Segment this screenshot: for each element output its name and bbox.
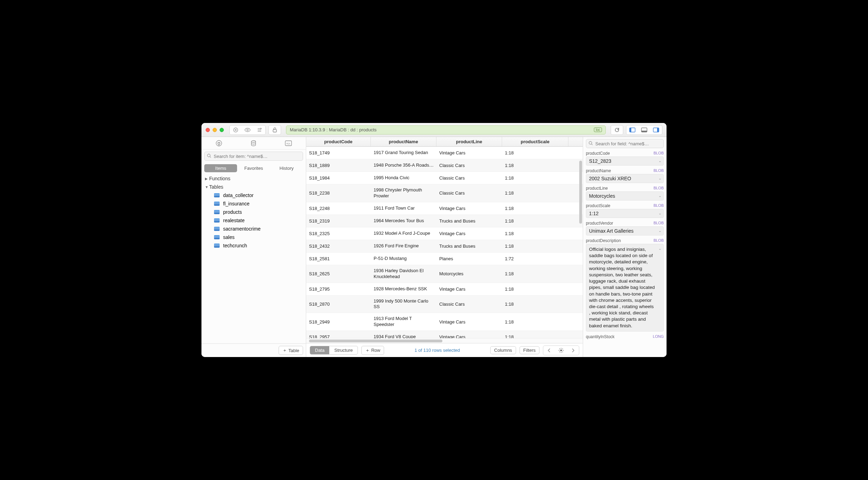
filters-button[interactable]: Filters: [520, 346, 539, 354]
lines-icon[interactable]: [254, 126, 265, 134]
table-row[interactable]: S18_22481911 Ford Town CarVintage Cars1:…: [306, 202, 583, 215]
sidebar-mode-tabs: SQL: [201, 137, 306, 150]
horizontal-scrollbar-thumb[interactable]: [309, 340, 442, 342]
col-productname[interactable]: productName: [371, 137, 436, 146]
eye-icon[interactable]: [242, 126, 253, 134]
field-value[interactable]: Motorcycles ⌄: [586, 191, 664, 201]
table-row[interactable]: S18_22381998 Chrysler Plymouth ProwlerCl…: [306, 184, 583, 202]
table-item[interactable]: data_collector: [201, 191, 306, 199]
table-row[interactable]: S18_19841995 Honda CivicClassic Cars1:18: [306, 172, 583, 184]
database-icon[interactable]: [250, 140, 257, 147]
field-value-text: Motorcycles: [589, 193, 615, 199]
right-panel-icon[interactable]: [650, 126, 662, 134]
table-row[interactable]: S18_24321926 Ford Fire EngineTrucks and …: [306, 240, 583, 253]
table-row[interactable]: S18_17491917 Grand Touring SedanVintage …: [306, 147, 583, 159]
table-row[interactable]: S18_28701999 Indy 500 Monte Carlo SSClas…: [306, 296, 583, 313]
col-productcode[interactable]: productCode: [306, 137, 371, 146]
field-type: BLOB: [654, 151, 664, 156]
cell: P-51-D Mustang: [371, 253, 436, 265]
table-item[interactable]: techcrunch: [201, 241, 306, 250]
plus-icon: ＋: [282, 347, 287, 354]
tree-functions-label: Functions: [209, 176, 230, 181]
seg-data[interactable]: Data: [310, 346, 329, 354]
table-row[interactable]: S18_27951928 Mercedes-Benz SSKVintage Ca…: [306, 283, 583, 296]
tree-functions[interactable]: ▶Functions: [201, 174, 306, 183]
field-value[interactable]: Unimax Art Galleries ⌄: [586, 226, 664, 235]
cell: S18_2581: [306, 253, 371, 265]
table-row[interactable]: S18_29571934 Ford V8 CoupeVintage Cars1:…: [306, 331, 583, 338]
table-icon: [214, 218, 220, 223]
field-value-text: S12_2823: [589, 158, 611, 164]
sql-icon[interactable]: SQL: [285, 140, 292, 146]
left-panel-icon[interactable]: [627, 126, 638, 134]
add-row-button[interactable]: ＋Row: [361, 346, 384, 355]
table-row[interactable]: S18_26251936 Harley Davidson El Knuckleh…: [306, 265, 583, 283]
inspector-search-input[interactable]: [586, 139, 664, 148]
table-row[interactable]: S18_23191964 Mercedes Tour BusTrucks and…: [306, 215, 583, 227]
refresh-icon[interactable]: [611, 126, 623, 134]
breadcrumb[interactable]: MariaDB 1:10.3.9 : MariaDB : dd : produc…: [286, 125, 606, 134]
chevron-down-icon: ⌄: [659, 211, 661, 215]
seg-items[interactable]: Items: [204, 164, 237, 172]
prev-icon[interactable]: [544, 346, 555, 355]
table-row[interactable]: S18_2581P-51-D MustangPlanes1:72: [306, 253, 583, 265]
cell: 1926 Ford Fire Engine: [371, 240, 436, 252]
field-value[interactable]: 1:12 ⌄: [586, 209, 664, 218]
gear-icon[interactable]: [556, 346, 567, 355]
field-value[interactable]: Official logos and insignias, saddle bag…: [586, 244, 664, 332]
field-header: productCode BLOB: [586, 151, 664, 156]
cell: S18_2325: [306, 227, 371, 240]
grid-body[interactable]: S18_17491917 Grand Touring SedanVintage …: [306, 147, 583, 338]
vertical-scrollbar[interactable]: [579, 161, 582, 224]
cell: Classic Cars: [436, 184, 502, 202]
table-item[interactable]: products: [201, 208, 306, 216]
cancel-icon[interactable]: [230, 126, 241, 134]
add-table-button[interactable]: ＋Table: [279, 346, 303, 355]
columns-button[interactable]: Columns: [490, 346, 516, 354]
cell: 1:18: [502, 240, 568, 252]
zoom-window-button[interactable]: [220, 128, 224, 132]
cell: 1913 Ford Model T Speedster: [371, 313, 436, 330]
next-icon[interactable]: [567, 346, 579, 355]
col-productline[interactable]: productLine: [436, 137, 502, 146]
cell: Trucks and Buses: [436, 215, 502, 227]
table-item[interactable]: sales: [201, 233, 306, 241]
table-item[interactable]: fl_insurance: [201, 199, 306, 208]
table-row[interactable]: S18_18891948 Porsche 356-A Roads…Classic…: [306, 159, 583, 172]
cell: Classic Cars: [436, 172, 502, 184]
cell: 1934 Ford V8 Coupe: [371, 331, 436, 338]
grid-header: productCode productName productLine prod…: [306, 137, 583, 147]
sidebar: SQL Items Favorites History ▶Functions ▼…: [201, 137, 306, 357]
table-item[interactable]: sacramentocrime: [201, 225, 306, 233]
table-row[interactable]: S18_29491913 Ford Model T SpeedsterVinta…: [306, 313, 583, 331]
tree-tables-label: Tables: [209, 184, 223, 190]
field-value[interactable]: S12_2823 ⌄: [586, 157, 664, 166]
close-window-button[interactable]: [206, 128, 210, 132]
cell: S18_2870: [306, 296, 371, 313]
lock-icon[interactable]: [269, 126, 280, 134]
horizontal-scrollbar-track[interactable]: [306, 338, 583, 343]
cell: S18_2238: [306, 184, 371, 202]
table-item[interactable]: realestate: [201, 216, 306, 225]
sidebar-search-input[interactable]: [204, 152, 303, 161]
table-row[interactable]: S18_23251932 Model A Ford J-CoupeVintage…: [306, 227, 583, 240]
breadcrumb-text: MariaDB 1:10.3.9 : MariaDB : dd : produc…: [290, 127, 377, 132]
chevron-down-icon: ⌄: [659, 159, 661, 163]
plug-icon[interactable]: [215, 140, 222, 147]
bottom-panel-icon[interactable]: [639, 126, 650, 134]
tree-tables[interactable]: ▼Tables: [201, 183, 306, 191]
col-productscale[interactable]: productScale: [502, 137, 568, 146]
table-icon: [214, 193, 220, 197]
cell: 1:18: [502, 184, 568, 202]
seg-history[interactable]: History: [270, 164, 303, 172]
cell: 1:72: [502, 253, 568, 265]
field-value-text: 2002 Suzuki XREO: [589, 176, 631, 181]
seg-favorites[interactable]: Favorites: [237, 164, 270, 172]
field-value[interactable]: 2002 Suzuki XREO ⌄: [586, 174, 664, 183]
cell: 1948 Porsche 356-A Roads…: [371, 159, 436, 172]
cell: 1:18: [502, 313, 568, 330]
minimize-window-button[interactable]: [213, 128, 217, 132]
field-type: BLOB: [654, 168, 664, 173]
seg-structure[interactable]: Structure: [329, 346, 358, 354]
plus-icon: ＋: [365, 347, 370, 354]
